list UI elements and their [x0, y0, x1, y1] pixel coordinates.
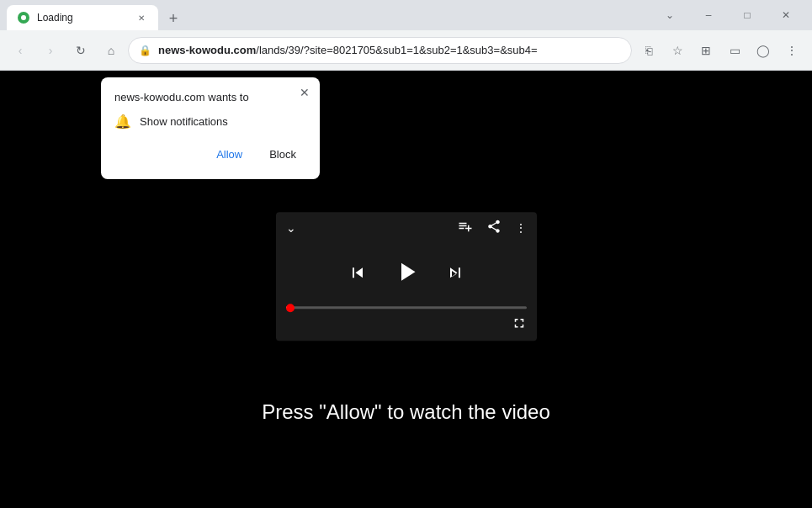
tab-bar: Loading ✕ +	[7, 0, 650, 30]
notification-popup: ✕ news-kowodu.com wants to 🔔 Show notifi…	[101, 77, 320, 179]
tab-favicon	[17, 11, 30, 24]
content-area: ✕ news-kowodu.com wants to 🔔 Show notifi…	[0, 71, 812, 508]
tab-favicon-inner	[21, 15, 26, 20]
block-button[interactable]: Block	[259, 143, 306, 166]
tab-favicon-circle	[18, 12, 29, 24]
url-path: /lands/39/?site=8021705&sub1=1&sub2=1&su…	[256, 44, 537, 56]
reload-button[interactable]: ↻	[67, 37, 94, 64]
player-top-bar: ⌄ ⋮	[276, 212, 537, 243]
close-button[interactable]: ✕	[767, 0, 805, 30]
extensions-icon[interactable]: ⊞	[693, 37, 719, 64]
profile-icon[interactable]: ◯	[750, 37, 777, 64]
progress-track	[286, 306, 527, 309]
popup-buttons: Allow Block	[114, 143, 306, 166]
share-icon[interactable]: ⎗	[635, 37, 662, 64]
browser-frame: Loading ✕ + ⌄ – □ ✕ ‹ › ↻ ⌂	[0, 0, 812, 508]
back-button[interactable]: ‹	[7, 37, 34, 64]
lock-icon: 🔒	[139, 45, 151, 56]
popup-close-button[interactable]: ✕	[296, 84, 313, 101]
player-share-icon[interactable]	[486, 219, 502, 236]
bell-icon: 🔔	[114, 114, 131, 130]
home-button[interactable]: ⌂	[98, 37, 125, 64]
tab-title: Loading	[37, 12, 128, 24]
address-bar: ‹ › ↻ ⌂ 🔒 news-kowodu.com/lands/39/?site…	[0, 30, 812, 71]
popup-option: 🔔 Show notifications	[114, 114, 306, 130]
progress-dot	[286, 304, 295, 312]
video-player: ⌄ ⋮	[276, 212, 537, 341]
maximize-button[interactable]: □	[728, 0, 767, 30]
allow-button[interactable]: Allow	[206, 143, 252, 166]
popup-title: news-kowodu.com wants to	[114, 91, 306, 103]
tab-scroll-button[interactable]: ⌄	[650, 0, 689, 30]
new-tab-button[interactable]: +	[162, 7, 185, 30]
player-progress-bar[interactable]	[286, 306, 527, 309]
fullscreen-icon[interactable]	[512, 315, 527, 334]
active-tab[interactable]: Loading ✕	[7, 5, 158, 30]
player-bottom-bar	[276, 312, 537, 341]
tab-close-button[interactable]: ✕	[135, 11, 148, 24]
player-next-button[interactable]	[445, 262, 465, 288]
player-controls-area	[276, 243, 537, 306]
forward-button[interactable]: ›	[37, 37, 64, 64]
toolbar-icons: ⎗ ☆ ⊞ ▭ ◯ ⋮	[635, 37, 805, 64]
player-more-icon[interactable]: ⋮	[515, 221, 527, 235]
player-chevron-down-icon[interactable]: ⌄	[286, 221, 296, 235]
player-play-button[interactable]	[391, 257, 422, 293]
sidebar-icon[interactable]: ▭	[721, 37, 748, 64]
press-allow-text: Press "Allow" to watch the video	[262, 400, 550, 424]
title-bar: Loading ✕ + ⌄ – □ ✕	[0, 0, 812, 30]
url-domain: news-kowodu.com	[158, 44, 256, 56]
minimize-button[interactable]: –	[689, 0, 728, 30]
popup-option-label: Show notifications	[140, 115, 228, 128]
menu-icon[interactable]: ⋮	[778, 37, 805, 64]
address-input[interactable]: 🔒 news-kowodu.com/lands/39/?site=8021705…	[128, 37, 632, 64]
player-previous-button[interactable]	[348, 262, 368, 288]
bookmark-icon[interactable]: ☆	[664, 37, 691, 64]
player-add-to-queue-icon[interactable]	[458, 219, 473, 236]
url-display: news-kowodu.com/lands/39/?site=8021705&s…	[158, 44, 621, 56]
player-top-icons: ⋮	[458, 219, 527, 236]
